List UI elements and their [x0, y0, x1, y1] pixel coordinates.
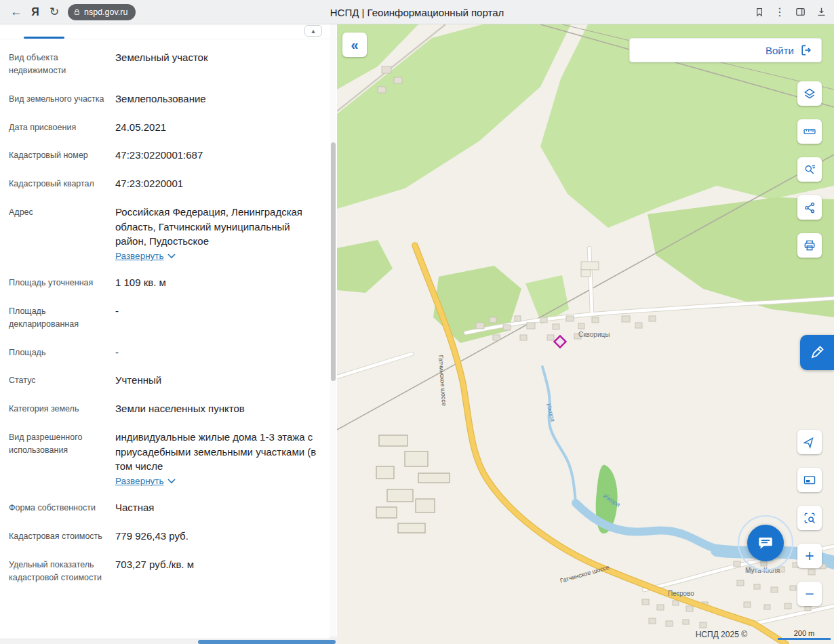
attribute-row: Площадь декларированная - [9, 304, 319, 331]
attribute-value: - [115, 345, 319, 360]
attribute-label: Кадастровый квартал [9, 176, 111, 191]
panel-header: ▲ [0, 24, 337, 39]
attribute-value: 47:23:0220001 [115, 176, 319, 191]
attribute-row: Дата присвоения 24.05.2021 [9, 120, 319, 135]
zoom-in-button[interactable]: + [797, 544, 822, 568]
attribute-value: 703,27 руб./кв. м [115, 557, 319, 572]
url-text: nspd.gov.ru [84, 7, 127, 17]
label-skvoritsy: Скворицы [578, 331, 610, 338]
lock-icon [73, 8, 81, 16]
horizontal-scrollbar-thumb[interactable] [198, 640, 336, 644]
attribute-row: Форма собственности Частная [9, 500, 319, 515]
map-attribution: НСПД 2025 © [696, 630, 747, 639]
feedback-tab[interactable] [800, 335, 834, 370]
bookmark-icon[interactable] [754, 7, 765, 18]
attribute-label: Категория земель [9, 401, 111, 416]
share-button[interactable] [797, 195, 822, 220]
attribute-label: Вид земельного участка [9, 92, 111, 106]
attribute-row: Удельный показатель кадастровой стоимост… [9, 557, 319, 585]
expand-link[interactable]: Развернуть [115, 476, 176, 486]
login-label: Войти [766, 45, 794, 56]
measure-button[interactable] [797, 119, 822, 144]
attribute-value: Российская Федерация, Ленинградская обла… [115, 205, 319, 249]
attribute-value: 24.05.2021 [115, 120, 319, 135]
attribute-row: Категория земель Земли населенных пункто… [9, 401, 319, 416]
expand-link[interactable]: Развернуть [115, 251, 176, 261]
overview-map-button[interactable] [797, 468, 822, 492]
attribute-label: Площадь [9, 345, 111, 360]
print-icon [803, 239, 816, 252]
ruler-icon [803, 125, 816, 138]
area-search-button[interactable] [797, 506, 822, 530]
attribute-row: Статус Учтенный [9, 373, 319, 388]
object-search-button[interactable] [797, 157, 822, 182]
browser-chrome: ← Я ↻ nspd.gov.ru НСПД | Геоинформационн… [0, 0, 834, 24]
address-bar[interactable]: nspd.gov.ru [68, 4, 136, 20]
attribute-row: Кадастровый квартал 47:23:0220001 [9, 176, 319, 191]
share-icon [803, 201, 816, 214]
attribute-row: Площадь уточненная 1 109 кв. м [9, 275, 319, 290]
attribute-value: Землепользование [115, 92, 319, 106]
horizontal-scrollbar[interactable] [0, 639, 337, 644]
attribute-value: Учтенный [115, 373, 319, 388]
map-container: Скворицы Мута-Кюля Петрово Ижора Ижора Г… [337, 24, 834, 644]
attribute-label: Дата присвоения [9, 120, 111, 135]
reload-button[interactable]: ↻ [45, 3, 64, 22]
attribute-label: Кадастровый номер [9, 148, 111, 163]
zoom-out-button[interactable]: − [797, 582, 822, 606]
attribute-label: Вид разрешенного использования [9, 430, 111, 487]
chevron-down-icon [167, 479, 176, 484]
attribute-value: Земли населенных пунктов [115, 401, 319, 416]
area-search-icon [803, 511, 816, 525]
attribute-value: Земельный участок [115, 50, 319, 65]
menu-icon[interactable]: ⋮ [774, 5, 785, 18]
attribute-value: 47:23:0220001:687 [115, 148, 319, 163]
layers-icon [803, 87, 816, 100]
login-button[interactable]: Войти [629, 38, 822, 62]
attribute-label: Площадь уточненная [9, 275, 111, 290]
attribute-value: 1 109 кв. м [115, 275, 319, 290]
attribute-row: Кадастровый номер 47:23:0220001:687 [9, 148, 319, 163]
layers-button[interactable] [797, 81, 822, 106]
attribute-value: - [115, 304, 319, 319]
attribute-row: Площадь - [9, 345, 319, 360]
panels-icon[interactable] [795, 6, 806, 18]
attribute-value: Частная [115, 500, 319, 515]
my-location-button[interactable] [797, 430, 822, 454]
attribute-label: Вид объекта недвижимости [9, 50, 111, 78]
object-search-icon [803, 163, 816, 176]
attribute-row: Вид разрешенного использования индивидуа… [9, 430, 319, 487]
attribute-label: Адрес [9, 205, 111, 262]
vertical-scrollbar[interactable] [330, 24, 336, 639]
attribute-row: Вид земельного участка Землепользование [9, 92, 319, 106]
print-button[interactable] [797, 233, 822, 258]
active-tab-indicator [24, 37, 64, 39]
yandex-icon[interactable]: Я [26, 3, 45, 22]
attribute-row: Адрес Российская Федерация, Ленинградска… [9, 205, 319, 262]
navigation-arrow-icon [803, 435, 816, 449]
chevron-down-icon [167, 254, 176, 259]
attribute-label: Форма собственности [9, 500, 111, 515]
attribute-row: Кадастровая стоимость 779 926,43 руб. [9, 529, 319, 544]
download-icon[interactable] [816, 6, 827, 18]
attribute-value: индивидуальные жилые дома 1-3 этажа с пр… [115, 430, 319, 474]
scale-bar: 200 m [778, 629, 831, 640]
attribute-label: Статус [9, 373, 111, 388]
vertical-scrollbar-thumb[interactable] [331, 142, 336, 381]
attribute-label: Площадь декларированная [9, 304, 111, 331]
tab-title: НСПД | Геоинформационный портал [330, 0, 504, 24]
attributes-list: Вид объекта недвижимости Земельный участ… [0, 39, 337, 584]
back-button[interactable]: ← [7, 3, 26, 22]
chat-fab-button[interactable] [747, 525, 784, 561]
attribute-value: 779 926,43 руб. [115, 529, 319, 544]
attribute-row: Вид объекта недвижимости Земельный участ… [9, 50, 319, 78]
panel-hide-button[interactable]: « [342, 33, 367, 57]
chat-icon [757, 534, 774, 552]
label-petrovo: Петрово [668, 590, 694, 597]
pen-icon [809, 344, 825, 361]
login-icon [799, 43, 813, 57]
panel-collapse-button[interactable]: ▲ [304, 25, 322, 37]
overview-map-icon [803, 473, 816, 487]
attribute-label: Удельный показатель кадастровой стоимост… [9, 557, 111, 585]
attribute-label: Кадастровая стоимость [9, 529, 111, 544]
